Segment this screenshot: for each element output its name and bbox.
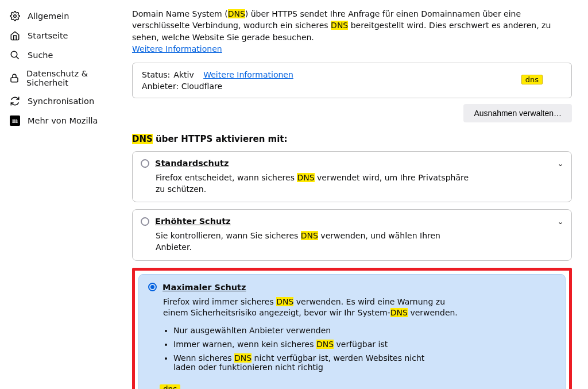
doh-section-title: DNS über HTTPS aktivieren mit:	[132, 134, 572, 144]
option-description: Firefox entscheidet, wann sicheres DNS v…	[156, 172, 477, 195]
svg-rect-3	[11, 78, 18, 82]
sidebar-item-label: Mehr von Mozilla	[28, 116, 98, 125]
search-term-badge: dns	[160, 384, 180, 389]
sidebar-item-more-mozilla[interactable]: m Mehr von Mozilla	[5, 111, 122, 130]
sidebar-item-general[interactable]: Allgemein	[5, 7, 122, 25]
list-item: Immer warnen, wenn kein sicheres DNS ver…	[173, 340, 556, 349]
radio-max[interactable]	[148, 283, 157, 291]
sync-icon	[9, 95, 21, 107]
svg-point-1	[11, 51, 17, 57]
screenshot-highlight-frame: Maximaler Schutz Firefox wird immer sich…	[132, 268, 572, 389]
option-default-protection[interactable]: ⌄ Standardschutz Firefox entscheidet, wa…	[132, 151, 572, 202]
option-description: Firefox wird immer sicheres DNS verwende…	[163, 296, 462, 319]
list-item: Nur ausgewählten Anbieter verwenden	[173, 326, 556, 335]
manage-exceptions-button[interactable]: Ausnahmen verwalten…	[463, 104, 572, 122]
settings-sidebar: Allgemein Startseite Suche Datenschutz &…	[0, 0, 126, 389]
chevron-down-icon: ⌄	[558, 218, 563, 226]
doh-status-box: Status: Aktiv Weitere Informationen Anbi…	[132, 63, 572, 98]
list-item: Wenn sicheres DNS nicht verfügbar ist, w…	[173, 353, 449, 372]
radio-enhanced[interactable]	[141, 217, 149, 226]
status-label: Status:	[142, 70, 170, 79]
status-value: Aktiv	[173, 70, 194, 79]
doh-intro-text: Domain Name System (DNS) über HTTPS send…	[132, 8, 572, 55]
radio-default[interactable]	[141, 159, 149, 168]
sidebar-item-label: Startseite	[28, 31, 68, 40]
max-protection-features: Nur ausgewählten Anbieter verwenden Imme…	[173, 326, 556, 372]
sidebar-item-label: Datenschutz & Sicherheit	[26, 69, 117, 87]
chevron-down-icon: ⌄	[558, 160, 563, 168]
option-max-protection[interactable]: Maximaler Schutz Firefox wird immer sich…	[138, 274, 566, 389]
sidebar-item-label: Synchronisation	[28, 97, 94, 106]
option-description: Sie kontrollieren, wann Sie sicheres DNS…	[156, 230, 477, 253]
main-content: Domain Name System (DNS) über HTTPS send…	[126, 0, 578, 389]
option-title: Standardschutz	[155, 159, 229, 168]
mozilla-icon: m	[9, 115, 21, 126]
learn-more-link[interactable]: Weitere Informationen	[132, 44, 222, 53]
svg-line-2	[16, 56, 19, 59]
home-icon	[9, 30, 21, 41]
search-term-badge: dns	[521, 75, 543, 84]
status-more-link[interactable]: Weitere Informationen	[203, 70, 293, 79]
sidebar-item-sync[interactable]: Synchronisation	[5, 92, 122, 110]
option-title: Erhöhter Schutz	[155, 217, 231, 226]
sidebar-item-search[interactable]: Suche	[5, 46, 122, 64]
sidebar-item-label: Suche	[28, 51, 53, 60]
lock-icon	[9, 72, 20, 84]
option-title: Maximaler Schutz	[163, 283, 246, 292]
option-enhanced-protection[interactable]: ⌄ Erhöhter Schutz Sie kontrollieren, wan…	[132, 209, 572, 260]
sidebar-item-privacy[interactable]: Datenschutz & Sicherheit	[5, 66, 122, 91]
sidebar-item-home[interactable]: Startseite	[5, 26, 122, 45]
svg-point-0	[14, 15, 17, 18]
sidebar-item-label: Allgemein	[28, 11, 69, 21]
gear-icon	[9, 10, 21, 22]
provider-label: Anbieter:	[142, 82, 179, 91]
search-icon	[9, 49, 21, 61]
provider-value: Cloudflare	[181, 82, 222, 91]
